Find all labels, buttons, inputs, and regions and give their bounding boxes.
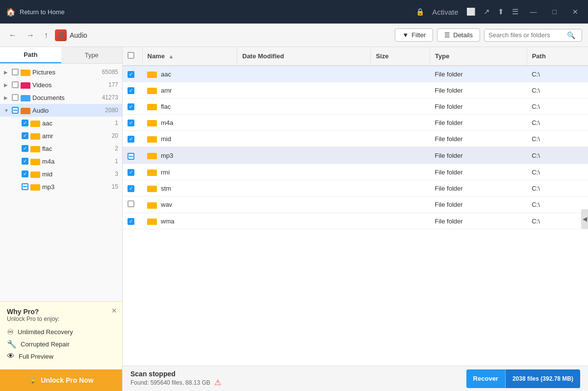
row-checkbox[interactable] bbox=[128, 71, 134, 78]
arrow-icon: ▶ bbox=[4, 70, 10, 75]
up-button[interactable]: ↑ bbox=[41, 29, 51, 42]
screen-icon[interactable]: ⬜ bbox=[466, 7, 476, 16]
checkbox-videos[interactable] bbox=[12, 81, 19, 88]
table-row[interactable]: flac File folder C:\ bbox=[123, 98, 588, 115]
details-button[interactable]: ☰ Details bbox=[437, 28, 480, 42]
sidebar-item-documents[interactable]: ▶ Documents 41273 bbox=[0, 91, 122, 104]
table-row[interactable]: rmi File folder C:\ bbox=[123, 164, 588, 180]
activate-label[interactable]: Activate bbox=[432, 8, 458, 16]
row-type: File folder bbox=[430, 196, 527, 213]
checkbox-aac[interactable] bbox=[22, 120, 28, 126]
table-row[interactable]: stm File folder C:\ bbox=[123, 180, 588, 196]
back-button[interactable]: ← bbox=[6, 29, 20, 42]
tab-type[interactable]: Type bbox=[61, 47, 123, 63]
row-checkbox[interactable] bbox=[128, 136, 134, 143]
row-checkbox[interactable] bbox=[128, 218, 134, 225]
checkbox-mp3[interactable] bbox=[22, 183, 28, 190]
row-checkbox-cell[interactable] bbox=[123, 131, 142, 147]
unlock-pro-button[interactable]: 🔒 Unlock Pro Now bbox=[0, 369, 122, 391]
row-checkbox-cell[interactable] bbox=[123, 66, 142, 82]
row-checkbox-cell[interactable] bbox=[123, 82, 142, 98]
row-checkbox-cell[interactable] bbox=[123, 98, 142, 115]
header-checkbox[interactable] bbox=[123, 47, 142, 66]
minimize-button[interactable]: — bbox=[526, 6, 541, 18]
row-checkbox[interactable] bbox=[128, 200, 134, 207]
search-input[interactable] bbox=[488, 31, 567, 39]
table-row[interactable]: m4a File folder C:\ bbox=[123, 115, 588, 131]
row-checkbox[interactable] bbox=[128, 120, 134, 126]
maximize-button[interactable]: □ bbox=[549, 6, 561, 18]
row-path: C:\ bbox=[527, 164, 588, 180]
row-type: File folder bbox=[430, 180, 527, 196]
table-row[interactable]: mid File folder C:\ bbox=[123, 131, 588, 147]
tab-path[interactable]: Path bbox=[0, 47, 61, 63]
select-all-checkbox[interactable] bbox=[128, 52, 134, 59]
row-checkbox-cell[interactable] bbox=[123, 164, 142, 180]
home-label: Return to Home bbox=[20, 8, 65, 16]
row-size bbox=[371, 213, 430, 229]
nav-right: ▼ Filter ☰ Details 🔍 bbox=[395, 28, 582, 42]
sidebar: Path Type ▶ Pictures 65085 ▶ Videos 177 bbox=[0, 47, 123, 391]
share-icon[interactable]: ↗ bbox=[484, 7, 490, 16]
folder-icon-aac bbox=[30, 119, 40, 127]
row-name-cell: wma bbox=[142, 213, 237, 229]
checkbox-pictures[interactable] bbox=[12, 69, 19, 75]
sidebar-item-audio[interactable]: ▼ Audio 2080 bbox=[0, 104, 122, 117]
row-path: C:\ bbox=[527, 131, 588, 147]
search-icon[interactable]: 🔍 bbox=[567, 31, 575, 39]
sidebar-item-aac[interactable]: aac 1 bbox=[10, 117, 122, 129]
home-button[interactable]: 🏠 Return to Home bbox=[6, 7, 416, 17]
row-type: File folder bbox=[430, 82, 527, 98]
row-type: File folder bbox=[430, 98, 527, 115]
recover-button[interactable]: Recover 2038 files (392.78 MB) bbox=[466, 369, 580, 388]
checkbox-flac[interactable] bbox=[22, 145, 28, 152]
row-checkbox[interactable] bbox=[128, 87, 134, 94]
folder-icon bbox=[147, 70, 157, 78]
row-checkbox-cell[interactable] bbox=[123, 147, 142, 164]
table-row[interactable]: aac File folder C:\ bbox=[123, 66, 588, 82]
row-checkbox[interactable] bbox=[128, 185, 134, 192]
sidebar-item-mp3[interactable]: mp3 15 bbox=[10, 180, 122, 193]
sidebar-item-amr[interactable]: amr 20 bbox=[10, 129, 122, 142]
sidebar-item-m4a[interactable]: m4a 1 bbox=[10, 155, 122, 168]
sidebar-item-flac[interactable]: flac 2 bbox=[10, 142, 122, 155]
row-checkbox[interactable] bbox=[128, 103, 134, 110]
row-size bbox=[371, 131, 430, 147]
sidebar-item-pictures[interactable]: ▶ Pictures 65085 bbox=[0, 66, 122, 78]
arrow-icon: ▶ bbox=[4, 95, 10, 100]
unlimited-icon: ♾ bbox=[7, 327, 14, 337]
sort-icon[interactable]: ▲ bbox=[169, 53, 174, 59]
table-row[interactable]: amr File folder C:\ bbox=[123, 82, 588, 98]
collapse-handle[interactable]: ◀ bbox=[581, 209, 588, 229]
checkbox-m4a[interactable] bbox=[22, 158, 28, 165]
row-path: C:\ bbox=[527, 115, 588, 131]
label-flac: flac bbox=[42, 145, 113, 152]
row-checkbox-cell[interactable] bbox=[123, 180, 142, 196]
search-box[interactable]: 🔍 bbox=[484, 29, 582, 42]
table-row[interactable]: wma File folder C:\ bbox=[123, 213, 588, 229]
checkbox-documents[interactable] bbox=[12, 94, 19, 101]
row-checkbox-cell[interactable] bbox=[123, 213, 142, 229]
table-row[interactable]: mp3 File folder C:\ bbox=[123, 147, 588, 164]
menu-icon[interactable]: ☰ bbox=[512, 7, 518, 16]
row-type: File folder bbox=[430, 164, 527, 180]
filter-button[interactable]: ▼ Filter bbox=[395, 28, 433, 42]
folder-icon-flac bbox=[30, 145, 40, 152]
row-checkbox[interactable] bbox=[128, 153, 134, 160]
row-checkbox-cell[interactable] bbox=[123, 196, 142, 213]
checkbox-mid[interactable] bbox=[22, 171, 28, 177]
row-checkbox-cell[interactable] bbox=[123, 115, 142, 131]
upload-icon[interactable]: ⬆ bbox=[498, 7, 504, 16]
table-row[interactable]: wav File folder C:\ bbox=[123, 196, 588, 213]
why-pro-close-button[interactable]: ✕ bbox=[111, 307, 117, 315]
checkbox-audio[interactable] bbox=[12, 107, 19, 114]
sidebar-item-mid[interactable]: mid 3 bbox=[10, 168, 122, 180]
checkbox-amr[interactable] bbox=[22, 132, 28, 139]
folder-icon bbox=[147, 135, 157, 143]
close-button[interactable]: ✕ bbox=[568, 6, 582, 18]
forward-button[interactable]: → bbox=[24, 29, 37, 42]
row-type: File folder bbox=[430, 213, 527, 229]
row-checkbox[interactable] bbox=[128, 169, 134, 176]
sidebar-item-videos[interactable]: ▶ Videos 177 bbox=[0, 78, 122, 91]
row-name-cell: mid bbox=[142, 131, 237, 147]
